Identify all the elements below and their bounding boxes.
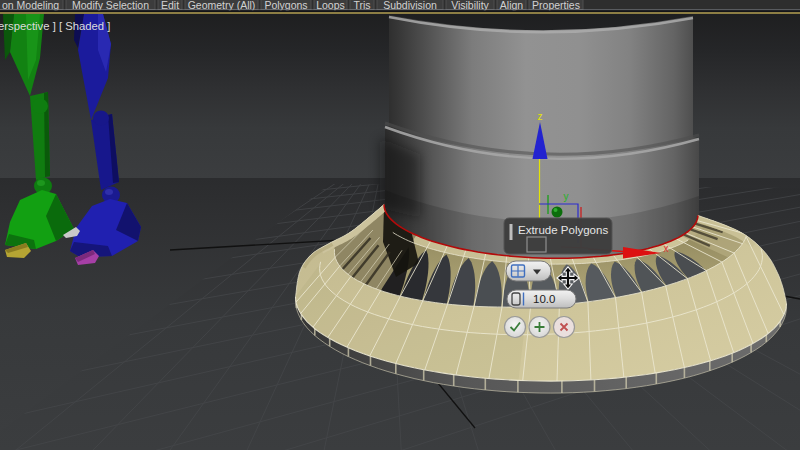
svg-text:Tris: Tris <box>353 0 370 11</box>
svg-text:Geometry (All): Geometry (All) <box>188 0 256 11</box>
svg-text:Polygons: Polygons <box>264 0 307 11</box>
svg-text:x: x <box>664 243 669 254</box>
svg-text:y: y <box>564 191 569 202</box>
svg-text:erspective ] [ Shaded ]: erspective ] [ Shaded ] <box>0 20 110 32</box>
svg-text:Subdivision: Subdivision <box>383 0 437 11</box>
svg-text:Align: Align <box>500 0 524 11</box>
svg-text:Extrude Polygons: Extrude Polygons <box>518 224 608 236</box>
svg-text:Properties: Properties <box>532 0 580 11</box>
svg-text:Edit: Edit <box>161 0 179 11</box>
svg-text:Modify Selection: Modify Selection <box>72 0 149 11</box>
svg-text:10.0: 10.0 <box>533 293 555 305</box>
svg-text:Visibility: Visibility <box>451 0 489 11</box>
svg-text:Loops: Loops <box>316 0 345 11</box>
svg-text:z: z <box>538 111 543 122</box>
svg-text:on Modeling: on Modeling <box>2 0 59 11</box>
